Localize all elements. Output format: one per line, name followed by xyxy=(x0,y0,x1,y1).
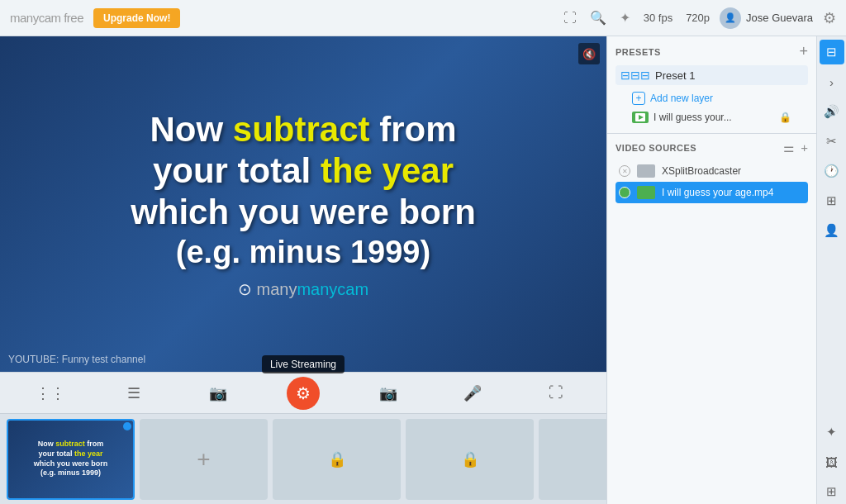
sidebar-icon-apps[interactable]: ⊞ xyxy=(820,479,844,504)
add-thumbnail-icon: + xyxy=(197,446,210,473)
live-streaming-tooltip: Live Streaming xyxy=(262,355,345,373)
presets-title: PRESETS xyxy=(615,47,661,57)
preset-1-name: Preset 1 xyxy=(655,69,803,82)
preset-bars-icon: ⊟⊟⊟ xyxy=(620,69,650,82)
preset-layer-1[interactable]: I will guess your... 🔒 xyxy=(615,108,808,126)
snapshot-icon[interactable]: 📷 xyxy=(373,378,403,408)
thumb-active-badge xyxy=(123,422,131,430)
preset-item-1[interactable]: ⊟⊟⊟ Preset 1 xyxy=(615,65,808,85)
sidebar-icon-presets[interactable]: ⊟ xyxy=(820,40,844,64)
top-bar: manycam free Upgrade Now! ⛶ 🔍 ✦ 30 fps 7… xyxy=(0,0,846,36)
sidebar-icon-grid[interactable]: ⊞ xyxy=(820,188,844,213)
thumbnail-active[interactable]: Now subtract fromyour total the yearwhic… xyxy=(7,419,135,500)
source-item-1[interactable]: ✕ XSplitBroadcaster xyxy=(615,160,808,182)
video-line2: your total the year xyxy=(131,150,476,192)
mute-icon[interactable]: 🔇 xyxy=(578,43,600,64)
presets-header: PRESETS + xyxy=(615,43,808,60)
video-sources-section: VIDEO SOURCES ⚌ + ✕ XSplitBroadcaster xyxy=(607,134,816,504)
video-branding: ⊙ manymanycam xyxy=(131,279,476,299)
thumbnail-empty-1[interactable]: 🔒 xyxy=(273,419,401,500)
thumbnail-empty-3[interactable] xyxy=(539,419,606,500)
video-line3: which you were born xyxy=(131,192,476,233)
thumbnail-strip: Now subtract fromyour total the yearwhic… xyxy=(0,413,606,504)
sidebar-icon-audio[interactable]: 🔊 xyxy=(820,99,844,124)
presets-add-icon[interactable]: + xyxy=(799,43,808,60)
sources-title: VIDEO SOURCES xyxy=(615,143,783,153)
source-2-indicator xyxy=(619,187,630,198)
video-line1: Now subtract from xyxy=(131,109,476,150)
thumbnail-empty-2[interactable]: 🔒 xyxy=(406,419,534,500)
user-info: 👤 Jose Guevara xyxy=(720,7,813,29)
source-1-indicator: ✕ xyxy=(619,165,630,177)
sidebar-icon-person[interactable]: 👤 xyxy=(820,218,844,243)
video-watermark: YOUTUBE: Funny test channel xyxy=(8,354,145,365)
upgrade-button[interactable]: Upgrade Now! xyxy=(93,8,180,28)
thumbnail-add[interactable]: + xyxy=(140,419,268,500)
thumb-text: Now subtract fromyour total the yearwhic… xyxy=(31,436,112,482)
top-bar-icons: ⛶ 🔍 ✦ 30 fps 720p xyxy=(563,10,710,26)
sidebar-icon-rail: ⊟ › 🔊 ✂ 🕐 ⊞ 👤 ✦ 🖼 ⊞ xyxy=(816,36,846,504)
lock-icon-1: 🔒 xyxy=(328,450,346,468)
layer-lock-icon: 🔒 xyxy=(779,112,791,123)
video-content: Now subtract from your total the year wh… xyxy=(0,36,606,372)
sidebar: PRESETS + ⊟⊟⊟ Preset 1 + Add new layer I… xyxy=(606,36,846,504)
fps-display: 30 fps xyxy=(644,12,673,24)
control-bar: ⋮⋮ ☰ 📷 ⚙ Live Streaming 📷 🎤 ⛶ xyxy=(0,372,606,413)
sources-header: VIDEO SOURCES ⚌ + xyxy=(615,140,808,155)
resolution-display: 720p xyxy=(686,12,710,24)
video-area: Now subtract from your total the year wh… xyxy=(0,36,606,504)
sidebar-icon-image[interactable]: 🖼 xyxy=(820,449,844,474)
zoom-icon[interactable]: 🔍 xyxy=(590,10,606,26)
add-layer-label: Add new layer xyxy=(650,93,713,104)
source-2-thumb xyxy=(637,186,655,199)
main-area: Now subtract from your total the year wh… xyxy=(0,36,846,504)
sources-actions: ⚌ + xyxy=(783,140,808,155)
add-layer-icon: + xyxy=(632,92,645,105)
layer-thumb-icon xyxy=(632,112,649,123)
drag-handle-icon: ⋮⋮ xyxy=(36,378,65,408)
fullscreen-icon[interactable]: ⛶ xyxy=(541,378,571,408)
thumb-content-active: Now subtract fromyour total the yearwhic… xyxy=(8,421,133,498)
sources-add-icon[interactable]: + xyxy=(801,140,808,155)
list-icon[interactable]: ☰ xyxy=(119,378,149,408)
logo: manycam free xyxy=(10,11,83,25)
source-1-name: XSplitBroadcaster xyxy=(662,165,805,177)
video-line4: (e.g. minus 1999) xyxy=(131,234,476,272)
video-canvas: Now subtract from your total the year wh… xyxy=(0,36,606,372)
user-avatar: 👤 xyxy=(720,7,741,29)
sources-filter-icon[interactable]: ⚌ xyxy=(783,140,794,155)
video-text: Now subtract from your total the year wh… xyxy=(97,93,509,316)
source-1-thumb xyxy=(637,164,655,178)
sidebar-icon-effects[interactable]: ✂ xyxy=(820,129,844,154)
mic-icon[interactable]: 🎤 xyxy=(458,378,487,408)
user-name: Jose Guevara xyxy=(746,12,813,24)
layer-name: I will guess your... xyxy=(654,112,774,123)
lock-icon-2: 🔒 xyxy=(461,450,479,468)
source-item-2[interactable]: I will guess your age.mp4 xyxy=(615,182,808,203)
camera-icon[interactable]: 📷 xyxy=(203,378,233,408)
add-layer-button[interactable]: + Add new layer xyxy=(615,88,808,108)
sidebar-icon-clock[interactable]: 🕐 xyxy=(820,159,844,183)
crop-icon[interactable]: ⛶ xyxy=(563,11,577,26)
source-2-name: I will guess your age.mp4 xyxy=(662,187,805,198)
settings-icon[interactable]: ⚙ xyxy=(823,9,836,27)
brightness-icon[interactable]: ✦ xyxy=(620,10,630,26)
sidebar-main: PRESETS + ⊟⊟⊟ Preset 1 + Add new layer I… xyxy=(607,36,816,504)
sidebar-icon-wand[interactable]: ✦ xyxy=(820,420,844,445)
live-streaming-button[interactable]: ⚙ Live Streaming xyxy=(287,377,320,410)
sidebar-icon-chevron[interactable]: › xyxy=(820,69,844,94)
presets-section: PRESETS + ⊟⊟⊟ Preset 1 + Add new layer I… xyxy=(607,36,816,134)
